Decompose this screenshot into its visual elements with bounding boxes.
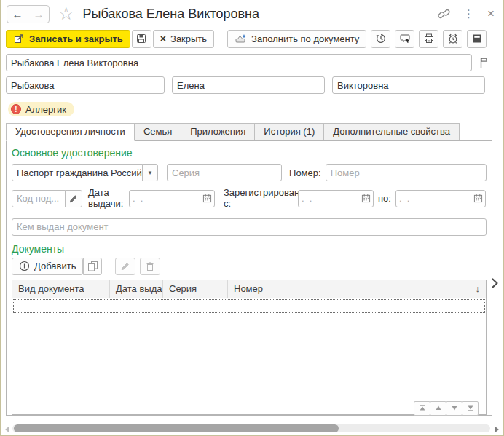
documents-section-heading: Документы <box>12 243 487 255</box>
history-nav-group: ← → <box>7 5 50 23</box>
warning-icon: ! <box>11 104 21 114</box>
sort-descending-icon: ↓ <box>476 280 481 298</box>
calendar-icon[interactable] <box>470 191 485 207</box>
archive-box-icon <box>471 33 483 44</box>
fill-by-document-button[interactable]: Заполнить по документу <box>227 30 366 48</box>
alarm-clock-icon <box>447 33 459 44</box>
form-content: ! Аллергик Удостоверения личности Семья … <box>1 54 503 416</box>
registered-from-label: Зарегистрирован с: <box>224 188 296 210</box>
go-down-button[interactable] <box>446 401 462 416</box>
save-button[interactable] <box>132 30 151 48</box>
middle-name-input[interactable] <box>332 76 485 94</box>
calendar-icon[interactable] <box>200 191 214 207</box>
pencil-icon <box>120 261 130 271</box>
dates-row: Дата выдачи: Зарегистрирован с: <box>12 188 487 210</box>
number-label: Номер: <box>289 167 321 178</box>
scrollbar-track[interactable] <box>12 424 490 432</box>
more-menu-icon[interactable]: ⋮ <box>463 7 474 20</box>
calendar-icon[interactable] <box>358 191 373 207</box>
favorite-star-icon[interactable]: ☆ <box>58 5 74 23</box>
column-header-number[interactable]: Номер ↓ <box>228 280 486 298</box>
delete-document-button[interactable] <box>140 258 160 275</box>
issue-date-input[interactable] <box>130 193 200 204</box>
link-icon[interactable] <box>438 8 450 20</box>
go-to-first-button[interactable] <box>414 401 430 416</box>
edit-code-button[interactable] <box>65 190 82 207</box>
close-x-icon: × <box>160 33 166 44</box>
change-history-button[interactable] <box>371 30 390 48</box>
titlebar: ← → ☆ Рыбакова Елена Викторовна ⋮ × <box>1 0 503 28</box>
go-to-last-button[interactable] <box>462 401 479 416</box>
scrollbar-thumb[interactable] <box>14 424 339 432</box>
document-type-combobox[interactable]: Паспорт гражданина Российс ▾ <box>12 164 158 181</box>
back-button[interactable]: ← <box>7 6 28 23</box>
full-name-row <box>6 54 498 71</box>
trash-icon <box>145 261 155 271</box>
pencil-icon <box>68 194 79 204</box>
storage-button[interactable] <box>467 30 487 48</box>
go-up-button[interactable] <box>430 401 446 416</box>
tab-history[interactable]: История (1) <box>254 123 324 140</box>
column-header-doc-type[interactable]: Вид документа <box>12 280 110 298</box>
tab-strip: Удостоверения личности Семья Приложения … <box>6 123 498 140</box>
tab-identity-documents[interactable]: Удостоверения личности <box>6 123 135 141</box>
table-nav-buttons <box>414 401 479 416</box>
floppy-disk-icon <box>135 33 147 44</box>
fill-by-document-icon <box>235 33 247 44</box>
name-parts-row <box>6 76 498 94</box>
issued-by-input[interactable] <box>12 218 487 236</box>
dropdown-button[interactable]: ▾ <box>142 164 158 181</box>
first-name-input[interactable] <box>172 76 325 94</box>
forward-arrow-icon: → <box>34 8 44 20</box>
printer-icon <box>423 33 435 44</box>
discussion-button[interactable] <box>395 30 414 48</box>
last-name-input[interactable] <box>6 76 165 94</box>
tab-family[interactable]: Семья <box>134 123 181 140</box>
main-id-section-heading: Основное удостоверение <box>12 147 487 159</box>
scroll-right-arrow-icon[interactable] <box>495 427 499 432</box>
copy-document-button[interactable] <box>83 258 102 275</box>
documents-table-header: Вид документа Дата выдачи Серия Номер ↓ <box>12 280 486 298</box>
issue-date-label: Дата выдачи: <box>88 188 126 210</box>
issued-by-row <box>12 218 487 236</box>
identity-documents-panel: Основное удостоверение Паспорт гражданин… <box>6 140 492 416</box>
passport-row: Паспорт гражданина Российс ▾ Номер: <box>12 164 487 181</box>
close-window-icon[interactable]: × <box>487 7 495 21</box>
page-title: Рыбакова Елена Викторовна <box>83 7 260 22</box>
close-button[interactable]: × Закрыть <box>153 30 214 48</box>
back-arrow-icon: ← <box>12 8 23 20</box>
column-header-series[interactable]: Серия <box>163 280 228 298</box>
table-focus-row[interactable] <box>13 299 485 313</box>
registered-to-input[interactable] <box>396 193 470 204</box>
print-button[interactable] <box>419 30 438 48</box>
history-icon <box>375 33 387 44</box>
number-input[interactable] <box>326 164 487 181</box>
command-bar: Записать и закрыть × Закрыть <box>1 28 503 49</box>
tab-additional-properties[interactable]: Дополнительные свойства <box>323 123 460 140</box>
tab-attachments[interactable]: Приложения <box>181 123 255 140</box>
full-name-input[interactable] <box>6 54 472 71</box>
flag-icon[interactable] <box>476 55 491 71</box>
documents-toolbar: Добавить <box>12 258 487 275</box>
titlebar-actions: ⋮ × <box>438 7 495 21</box>
department-code-input[interactable] <box>12 190 66 207</box>
close-label: Закрыть <box>170 33 207 44</box>
registered-to-field[interactable] <box>395 190 486 207</box>
documents-table: Вид документа Дата выдачи Серия Номер ↓ <box>12 280 487 415</box>
registered-from-input[interactable] <box>299 193 358 204</box>
column-header-issue-date[interactable]: Дата выдачи <box>110 280 163 298</box>
issue-date-field[interactable] <box>129 190 215 207</box>
add-document-button[interactable]: Добавить <box>12 258 83 275</box>
reminder-button[interactable] <box>443 30 462 48</box>
forward-button[interactable]: → <box>28 6 49 23</box>
allergy-badge-label: Аллергик <box>25 104 66 115</box>
edit-document-button[interactable] <box>115 258 135 275</box>
column-header-number-label: Номер <box>234 280 263 298</box>
registered-from-field[interactable] <box>298 190 374 207</box>
save-and-close-button[interactable]: Записать и закрыть <box>6 30 130 48</box>
horizontal-scrollbar[interactable] <box>1 424 503 433</box>
series-input[interactable] <box>167 164 282 181</box>
save-close-icon <box>13 33 25 44</box>
scroll-left-arrow-icon[interactable] <box>5 427 9 432</box>
fill-by-document-label: Заполнить по документу <box>251 33 359 44</box>
